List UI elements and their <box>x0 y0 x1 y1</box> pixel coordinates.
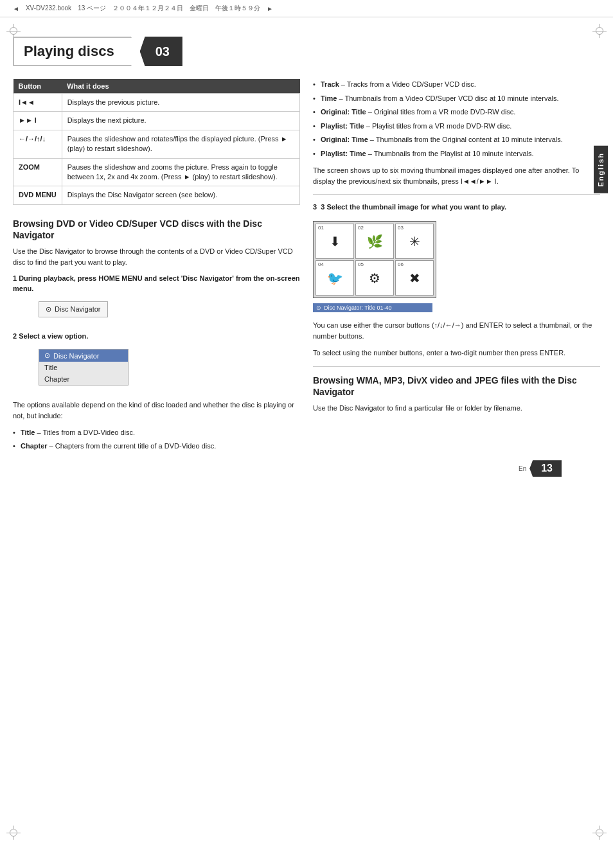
table-cell-button: ←/→/↑/↓ <box>13 130 62 158</box>
english-label: English <box>594 146 608 193</box>
button-table: Button What it does I◄◄Displays the prev… <box>13 79 300 205</box>
thumbnail-cell[interactable]: 04🐦 <box>315 260 354 296</box>
thumbnail-cell[interactable]: 01⬇ <box>315 224 354 259</box>
options-text: The options available depend on the kind… <box>13 400 300 421</box>
divider-1 <box>313 194 600 195</box>
page-title-left: Playing discs 03 <box>13 37 182 66</box>
thumbnail-grid: 01⬇02🌿03✳04🐦05⚙06✖ <box>313 221 436 298</box>
corner-crosshair-tl <box>6 24 21 38</box>
table-cell-button: ►► I <box>13 112 62 130</box>
disc-navigator-button[interactable]: ⊙ Disc Navigator <box>39 301 108 317</box>
wma-body: Use the Disc Navigator to find a particu… <box>313 403 600 414</box>
step-1-label: 1 During playback, press HOME MENU and s… <box>13 274 300 294</box>
chapter-number-badge: 03 <box>140 37 182 66</box>
wma-heading: Browsing WMA, MP3, DivX video and JPEG f… <box>313 375 600 398</box>
left-column: Button What it does I◄◄Displays the prev… <box>13 79 300 454</box>
table-cell-description: Pauses the slideshow and zooms the pictu… <box>62 158 299 186</box>
disc-nav-label: Disc Navigator <box>55 305 101 313</box>
thumb-caption-icon: ⊙ <box>316 305 321 311</box>
table-cell-description: Displays the previous picture. <box>62 94 299 112</box>
list-item: Playlist: Time – Thumbnails from the Pla… <box>313 148 600 159</box>
step-3-label: 3 3 Select the thumbnail image for what … <box>313 202 600 212</box>
list-item: Time – Thumbnails from a Video CD/Super … <box>313 93 600 104</box>
right-column: Track – Tracks from a Video CD/Super VCD… <box>313 79 600 454</box>
page-number-badge: 13 <box>529 460 562 477</box>
list-item: Playlist: Title – Playlist titles from a… <box>313 121 600 132</box>
options-list: Title – Titles from a DVD-Video disc.Cha… <box>13 427 300 451</box>
page-title-bar: Playing discs 03 <box>13 37 600 66</box>
list-item: Original: Title – Original titles from a… <box>313 107 600 118</box>
page-title: Playing discs <box>13 37 140 66</box>
table-header-what: What it does <box>62 79 299 94</box>
step-3: 3 3 Select the thumbnail image for what … <box>313 202 600 312</box>
corner-crosshair-bl <box>6 826 21 840</box>
list-item: Chapter – Chapters from the current titl… <box>13 441 300 452</box>
header-bar: ◄ XV-DV232.book 13 ページ ２００４年１２月２４日 金曜日 午… <box>0 0 613 17</box>
page-en-label: En <box>519 465 526 472</box>
disc-navigator-menu[interactable]: ⊙ Disc Navigator Title Chapter <box>39 349 129 385</box>
menu-header: ⊙ Disc Navigator <box>39 350 128 362</box>
thumbnail-grid-container: 01⬇02🌿03✳04🐦05⚙06✖ ⊙ Disc Navigator: Tit… <box>313 216 600 312</box>
two-column-layout: Button What it does I◄◄Displays the prev… <box>13 79 600 454</box>
browsing-body: Use the Disc Navigator to browse through… <box>13 246 300 267</box>
thumbnail-cell[interactable]: 02🌿 <box>355 224 394 259</box>
browsing-heading: Browsing DVD or Video CD/Super VCD discs… <box>13 218 300 241</box>
step-1: 1 During playback, press HOME MENU and s… <box>13 274 300 324</box>
menu-header-label: Disc Navigator <box>53 352 100 360</box>
table-cell-button: I◄◄ <box>13 94 62 112</box>
thumbnail-cell[interactable]: 03✳ <box>395 224 434 259</box>
disc-nav-icon: ⊙ <box>46 305 51 314</box>
thumbnail-cell[interactable]: 05⚙ <box>355 260 394 296</box>
arrow-left-icon: ◄ <box>13 5 19 12</box>
list-item: Title – Titles from a DVD-Video disc. <box>13 427 300 438</box>
list-item: Track – Tracks from a Video CD/Super VCD… <box>313 79 600 90</box>
menu-icon: ⊙ <box>44 351 50 360</box>
corner-crosshair-tr <box>592 24 607 38</box>
thumb-caption-text: Disc Navigator: Title 01-40 <box>324 305 392 311</box>
menu-item-chapter[interactable]: Chapter <box>39 373 128 385</box>
step-2-label: 2 Select a view option. <box>13 332 300 341</box>
thumbnail-cell[interactable]: 06✖ <box>395 260 434 296</box>
step-2: 2 Select a view option. ⊙ Disc Navigator… <box>13 332 300 392</box>
english-sidebar: English <box>594 94 608 193</box>
thumb-caption: ⊙ Disc Navigator: Title 01-40 <box>313 303 432 312</box>
table-cell-button: ZOOM <box>13 158 62 186</box>
arrow-right-icon: ► <box>267 5 273 12</box>
table-cell-button: DVD MENU <box>13 186 62 204</box>
cursor-text: You can use either the cursor buttons (↑… <box>313 320 600 341</box>
table-cell-description: Displays the next picture. <box>62 112 299 130</box>
step-3-text: 3 Select the thumbnail image for what yo… <box>321 203 506 211</box>
corner-crosshair-br <box>592 826 607 840</box>
page-footer: En 13 <box>13 454 600 483</box>
number-text: To select using the number buttons, ente… <box>313 348 600 359</box>
list-item: Original: Time – Thumbnails from the Ori… <box>313 134 600 145</box>
screen-text: The screen shows up to six moving thumbn… <box>313 165 600 186</box>
divider-2 <box>313 366 600 367</box>
table-cell-description: Displays the Disc Navigator screen (see … <box>62 186 299 204</box>
right-bullets-list: Track – Tracks from a Video CD/Super VCD… <box>313 79 600 159</box>
header-book-info: XV-DV232.book 13 ページ ２００４年１２月２４日 金曜日 午後１… <box>26 4 260 13</box>
menu-item-title[interactable]: Title <box>39 362 128 373</box>
table-cell-description: Pauses the slideshow and rotates/flips t… <box>62 130 299 158</box>
table-header-button: Button <box>13 79 62 94</box>
